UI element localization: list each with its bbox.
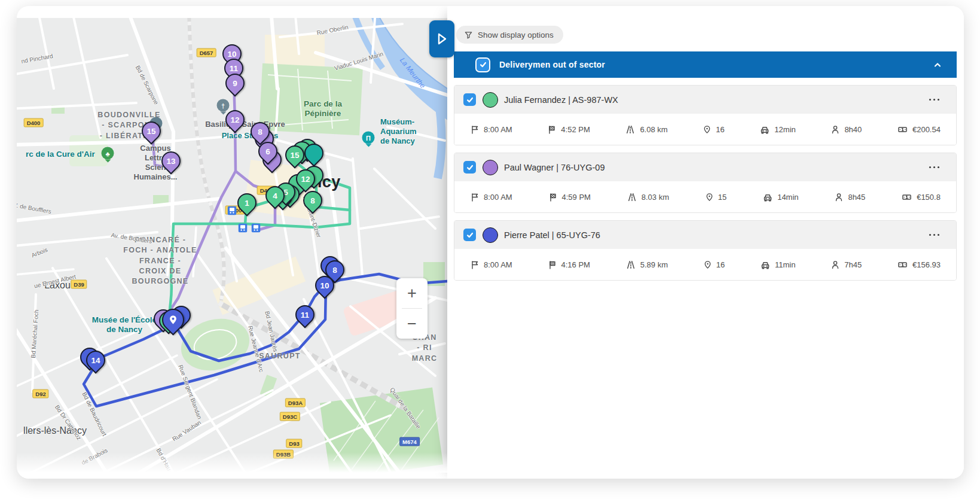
stat-value: 5.89 km <box>640 260 668 269</box>
deliveryman-stats-row: 8:00 AM 4:59 PM 8.03 km 15 14min 8h45 €1… <box>454 181 956 212</box>
stat-person: 8h45 <box>834 192 865 202</box>
stop-marker-blue[interactable]: 11 <box>295 305 315 324</box>
stat-map-pin: 15 <box>705 192 726 202</box>
stop-marker-teal[interactable] <box>304 144 323 163</box>
deliveryman-checkbox[interactable] <box>463 93 476 106</box>
stop-number: 12 <box>225 110 245 129</box>
map-area-label: SAURUPT <box>259 351 301 361</box>
deliveryman-checkbox[interactable] <box>463 229 476 241</box>
road-badge: D92 <box>32 390 48 398</box>
arrow-right-icon <box>436 32 448 46</box>
stop-marker-purple[interactable]: 15 <box>142 121 161 141</box>
stat-road: 6.08 km <box>625 124 667 135</box>
stat-value: 8:00 AM <box>484 260 512 269</box>
road-badge: D657 <box>197 48 216 57</box>
deliveryman-checkbox[interactable] <box>463 161 476 174</box>
stop-marker-purple[interactable]: 8 <box>251 122 270 141</box>
card-menu-button[interactable] <box>928 95 941 105</box>
start-flag-icon <box>470 124 480 135</box>
stat-person: 8h40 <box>831 124 862 135</box>
deliveryman-header[interactable]: Paul Wagner | 76-UYG-09 <box>454 153 956 181</box>
road-badge: D400 <box>24 118 44 127</box>
stop-marker-blue[interactable]: 14 <box>86 351 105 370</box>
stat-value: 4:16 PM <box>561 260 590 269</box>
check-icon <box>466 96 474 104</box>
chevron-up-icon[interactable] <box>933 60 942 69</box>
stop-number: 4 <box>265 186 285 205</box>
side-panel: Show display options Deliverymen out of … <box>447 6 964 479</box>
card-menu-button[interactable] <box>928 163 941 172</box>
poi-label: Muséum-Aquarium de Nancy <box>380 117 447 146</box>
stop-marker-purple[interactable]: 12 <box>225 110 245 129</box>
poi-label: rc de la Cure d'Air <box>26 150 95 159</box>
stop-marker-green[interactable]: 4 <box>265 186 285 205</box>
poi-label: Basilique Saint-Epvre <box>205 120 285 129</box>
road-badge: D93B <box>273 450 294 459</box>
deliveryman-header[interactable]: Julia Fernandez | AS-987-WX <box>454 86 956 114</box>
transit-station-icon[interactable] <box>252 224 261 233</box>
road-icon <box>625 260 636 270</box>
group-header[interactable]: Deliverymen out of sector <box>454 51 957 78</box>
finish-flag-icon <box>548 192 558 202</box>
depot-marker[interactable] <box>162 309 184 331</box>
stop-marker-purple[interactable]: 13 <box>161 151 181 171</box>
stat-value: €150.8 <box>917 193 941 202</box>
show-display-options-label: Show display options <box>478 31 554 39</box>
stat-car: 11min <box>760 260 795 270</box>
deliveryman-stats-row: 8:00 AM 4:16 PM 5.89 km 16 11min 7h45 €1… <box>454 249 956 280</box>
stat-value: 8h45 <box>848 193 865 202</box>
money-icon <box>897 124 908 135</box>
street-label: La Meurthe <box>398 56 427 90</box>
panel-collapse-button[interactable] <box>429 20 454 57</box>
stop-number: 6 <box>258 142 277 161</box>
stop-marker-green[interactable]: 15 <box>285 145 304 165</box>
show-display-options-button[interactable]: Show display options <box>456 26 563 44</box>
stop-marker-purple[interactable]: 9 <box>225 74 245 93</box>
stat-road: 5.89 km <box>625 260 668 270</box>
stat-value: 8:00 AM <box>484 125 512 134</box>
stop-number: 9 <box>225 74 245 93</box>
street-label: Bd Maréchal Foch <box>30 309 40 358</box>
card-menu-button[interactable] <box>928 230 941 240</box>
zoom-out-button[interactable]: − <box>396 309 428 339</box>
stat-value: €200.54 <box>912 125 941 134</box>
tree-pin-icon[interactable]: ♣ <box>102 147 114 160</box>
stat-value: 8.03 km <box>642 193 669 202</box>
deliveryman-header[interactable]: Pierre Patel | 65-UYG-76 <box>454 221 956 249</box>
stop-number: 1 <box>237 193 257 212</box>
stop-marker-green[interactable]: 8 <box>303 191 322 210</box>
stop-number: 15 <box>285 145 304 165</box>
zoom-in-button[interactable]: + <box>396 278 428 308</box>
stat-value: 16 <box>716 260 725 269</box>
stop-number <box>162 309 184 331</box>
group-checkbox[interactable] <box>477 59 489 71</box>
transit-station-icon[interactable] <box>239 224 248 233</box>
museum-pin-icon[interactable]: Π <box>362 132 375 144</box>
deliveryman-card: Pierre Patel | 65-UYG-76 8:00 AM 4:16 PM… <box>454 220 957 281</box>
map-area-label: POINCARÉ - FOCH - ANATOLE FRANCE - CROIX… <box>123 235 197 287</box>
deliveryman-label: Paul Wagner | 76-UYG-09 <box>504 163 928 172</box>
street-label: Rue Vauban <box>171 419 202 442</box>
stat-value: 15 <box>718 193 726 202</box>
deliveryman-color-dot <box>483 160 498 175</box>
stop-marker-blue[interactable]: 10 <box>315 276 334 295</box>
stop-marker-green[interactable]: 1 <box>237 193 257 212</box>
stat-money: €156.93 <box>897 260 941 270</box>
poi-label: Parc de la Pépinière <box>304 99 342 119</box>
filter-icon <box>464 31 473 39</box>
map[interactable]: BOUDONVILLE - SCARPONE - LIBÉRATIONPOINC… <box>17 18 447 473</box>
stop-number: 8 <box>251 122 270 141</box>
street-label: Rue Sergent Blandan <box>177 364 203 420</box>
street-label: Arbois <box>30 247 48 259</box>
road-badge: M674 <box>399 437 420 446</box>
deliveryman-color-dot <box>483 92 498 108</box>
person-icon <box>834 192 844 202</box>
stat-value: 7h45 <box>844 260 862 269</box>
street-label: Rue Oberlin <box>316 24 349 36</box>
stop-marker-purple[interactable]: 6 <box>258 142 277 161</box>
stat-start-flag: 8:00 AM <box>470 260 512 270</box>
stat-start-flag: 8:00 AM <box>470 192 512 202</box>
stat-money: €150.8 <box>901 192 941 202</box>
transit-station-icon[interactable] <box>228 206 237 215</box>
map-pin-icon <box>703 124 712 135</box>
